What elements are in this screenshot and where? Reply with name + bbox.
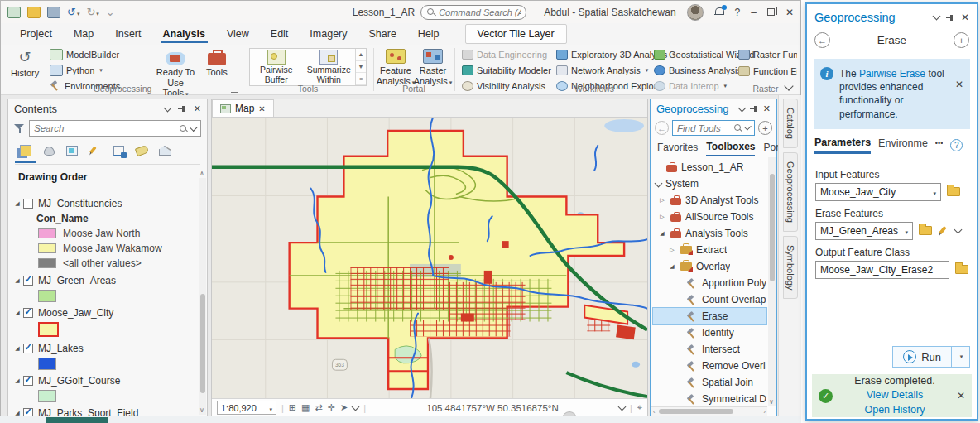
collapsed-icon[interactable] bbox=[658, 197, 666, 204]
tree-item-intersect[interactable]: Intersect bbox=[653, 341, 766, 358]
command-search[interactable] bbox=[420, 5, 526, 20]
scrollbar-thumb[interactable] bbox=[770, 174, 775, 281]
scroll-down-icon[interactable]: ∨ bbox=[199, 406, 204, 414]
open-new-tool-icon[interactable]: + bbox=[954, 32, 969, 48]
swap-icon[interactable]: ⇄ bbox=[315, 402, 322, 413]
close-icon[interactable] bbox=[258, 104, 265, 113]
python-button[interactable]: Python bbox=[47, 64, 122, 77]
expanded-icon[interactable] bbox=[658, 230, 666, 237]
edit-pencil-icon[interactable] bbox=[939, 225, 952, 237]
redo-icon[interactable]: ↻ bbox=[86, 6, 98, 18]
list-by-charts-icon[interactable] bbox=[156, 142, 174, 159]
layer-swatch-outline[interactable] bbox=[38, 322, 59, 337]
tree-item-identity[interactable]: Identity bbox=[653, 324, 766, 341]
layer-checkbox[interactable] bbox=[23, 199, 33, 209]
layer-checkbox[interactable] bbox=[23, 276, 33, 286]
legend-class-row[interactable]: Moose Jaw Wakamow bbox=[13, 241, 197, 256]
chevron-down-icon[interactable] bbox=[617, 403, 626, 411]
crosshair-icon[interactable]: ✛ bbox=[328, 402, 335, 413]
close-button[interactable] bbox=[785, 7, 794, 18]
pairwise-erase-link[interactable]: Pairwise Erase bbox=[859, 68, 925, 79]
scroll-up-icon[interactable]: ∧ bbox=[199, 170, 204, 177]
command-search-input[interactable] bbox=[439, 7, 521, 17]
legend-swatch[interactable] bbox=[38, 258, 56, 268]
close-icon[interactable] bbox=[955, 79, 963, 90]
collapsed-icon[interactable] bbox=[668, 247, 676, 253]
raster-analysis-button[interactable]: Raster Analysis bbox=[415, 47, 451, 88]
tree-item-lesson-toolbox[interactable]: Lesson_1_AR bbox=[653, 159, 766, 175]
browse-folder-icon[interactable] bbox=[947, 187, 960, 196]
run-options-dropdown[interactable] bbox=[952, 346, 970, 368]
tab-edit[interactable]: Edit bbox=[260, 25, 300, 43]
tree-item-overlay[interactable]: Overlay bbox=[653, 258, 766, 275]
tab-share[interactable]: Share bbox=[358, 25, 407, 43]
list-by-drawing-order-icon[interactable] bbox=[17, 142, 35, 159]
scroll-left-icon[interactable]: ‹ bbox=[653, 408, 656, 416]
close-icon[interactable] bbox=[763, 103, 771, 114]
pin-icon[interactable] bbox=[178, 105, 186, 113]
back-icon[interactable]: ← bbox=[814, 32, 830, 48]
help-icon[interactable]: ? bbox=[735, 7, 741, 18]
layer-checkbox[interactable] bbox=[23, 308, 33, 318]
layer-swatch-row[interactable] bbox=[13, 320, 197, 339]
list-by-labeling-icon[interactable] bbox=[132, 142, 151, 159]
save-project-icon[interactable] bbox=[47, 7, 60, 18]
legend-swatch[interactable] bbox=[38, 243, 56, 253]
undo-icon[interactable]: ↺ bbox=[67, 6, 79, 18]
browse-folder-icon[interactable] bbox=[955, 265, 968, 274]
tab-environments[interactable]: Environme bbox=[878, 137, 928, 152]
more-tabs-icon[interactable]: ••• bbox=[935, 139, 943, 151]
feature-analysis-button[interactable]: Feature Analysis bbox=[377, 47, 415, 88]
list-by-data-source-icon[interactable] bbox=[40, 142, 58, 159]
expanded-icon[interactable] bbox=[13, 310, 22, 316]
tab-vector-tile-layer[interactable]: Vector Tile Layer bbox=[465, 24, 567, 44]
tab-parameters[interactable]: Parameters bbox=[814, 137, 871, 154]
tree-item-allsource[interactable]: AllSource Tools bbox=[653, 209, 766, 225]
tree-item-erase[interactable]: Erase bbox=[653, 308, 766, 324]
dialog-launcher-icon[interactable] bbox=[231, 85, 238, 93]
input-features-combo[interactable]: Moose_Jaw_City bbox=[815, 183, 941, 201]
layer-swatch[interactable] bbox=[38, 358, 56, 370]
expanded-icon[interactable] bbox=[13, 200, 22, 207]
scale-combo[interactable]: 1:80,920 bbox=[217, 401, 276, 415]
suitability-modeler-button[interactable]: Suitability Modeler bbox=[459, 65, 554, 76]
chevron-down-icon[interactable] bbox=[744, 123, 752, 131]
dock-tab-catalog[interactable]: Catalog bbox=[783, 99, 798, 148]
grid-plus-icon[interactable]: ⊞ bbox=[289, 402, 296, 413]
legend-class-row[interactable]: Moose Jaw North bbox=[13, 226, 197, 241]
list-by-snapping-icon[interactable] bbox=[109, 142, 127, 159]
tab-view[interactable]: View bbox=[216, 25, 260, 43]
gallery-scroll-down-icon[interactable]: ▼ bbox=[356, 61, 366, 74]
scrollbar-thumb[interactable] bbox=[659, 409, 733, 414]
tree-item-apportion-polygon[interactable]: Apportion Polygon bbox=[653, 275, 766, 291]
summarize-within-button[interactable]: Summarize Within bbox=[303, 49, 356, 85]
tab-project[interactable]: Project bbox=[9, 25, 63, 43]
layer-moose-jaw-city[interactable]: Moose_Jaw_City bbox=[13, 305, 197, 320]
scroll-down-icon[interactable]: ∨ bbox=[769, 398, 774, 406]
minimize-button[interactable]: – bbox=[751, 7, 757, 18]
modelbuilder-button[interactable]: ModelBuilder bbox=[47, 48, 122, 61]
layer-checkbox[interactable] bbox=[23, 376, 33, 386]
notifications-icon[interactable] bbox=[714, 7, 724, 17]
tree-item-3d-analyst[interactable]: 3D Analyst Tools bbox=[653, 192, 766, 209]
layer-mj-lakes[interactable]: MJ_Lakes bbox=[13, 341, 197, 356]
list-by-selection-icon[interactable] bbox=[63, 142, 81, 159]
tab-insert[interactable]: Insert bbox=[104, 25, 151, 43]
chevron-down-icon[interactable] bbox=[954, 225, 963, 233]
view-details-link[interactable]: View Details bbox=[839, 388, 950, 403]
tools-button[interactable]: Tools bbox=[203, 47, 231, 79]
gp-horizontal-scrollbar[interactable]: ‹ › bbox=[651, 406, 767, 416]
map-canvas[interactable]: 363 bbox=[212, 118, 647, 398]
expanded-icon[interactable] bbox=[13, 377, 22, 384]
raster-functions-button[interactable]: Raster Functions bbox=[736, 49, 797, 60]
back-icon[interactable]: ← bbox=[655, 121, 669, 135]
layer-checkbox[interactable] bbox=[23, 344, 33, 353]
pairwise-buffer-button[interactable]: Pairwise Buffer bbox=[250, 49, 303, 85]
tree-item-count-overlapping[interactable]: Count Overlapping bbox=[653, 291, 766, 308]
tree-item-extract[interactable]: Extract bbox=[653, 242, 766, 258]
user-avatar[interactable] bbox=[687, 4, 704, 21]
find-tools-box[interactable] bbox=[672, 120, 755, 136]
find-tools-input[interactable] bbox=[677, 123, 730, 133]
layer-mj-constituencies[interactable]: MJ_Constituencies bbox=[13, 196, 197, 211]
chevron-down-icon[interactable] bbox=[163, 103, 171, 112]
